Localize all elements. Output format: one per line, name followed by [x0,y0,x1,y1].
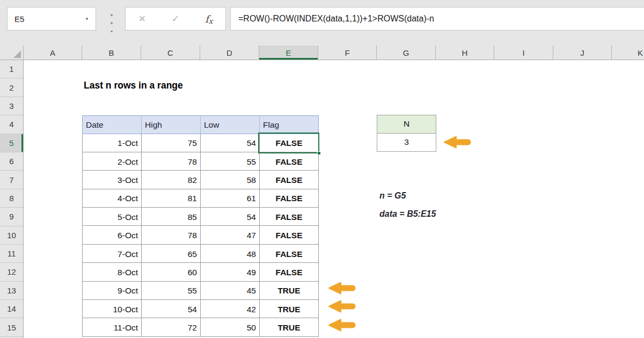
header-high[interactable]: High [142,116,201,134]
row-header-15[interactable]: 15 [0,318,23,336]
column-header-a[interactable]: A [24,46,82,60]
column-header-f[interactable]: F [318,46,377,60]
cell-date[interactable]: 4-Oct [83,189,142,207]
header-date[interactable]: Date [83,116,142,134]
formula-input[interactable]: =ROW()-ROW(INDEX(data,1,1))+1>ROWS(data)… [230,7,644,31]
cell-low[interactable]: 48 [201,245,260,262]
cell-low[interactable]: 47 [201,226,260,244]
cell-date[interactable]: 10-Oct [83,300,142,318]
sheet-title[interactable]: Last n rows in a range [84,80,183,91]
cell-low[interactable]: 50 [201,318,260,336]
column-header-b[interactable]: B [82,46,141,60]
callout-arrow-icon [328,318,356,332]
cell-date[interactable]: 9-Oct [83,282,142,299]
cell-low[interactable]: 45 [201,282,260,299]
cell-high[interactable]: 65 [142,245,201,262]
row-header-4[interactable]: 4 [0,115,23,134]
formula-text[interactable]: =ROW()-ROW(INDEX(data,1,1))+1>ROWS(data)… [231,14,434,24]
cell-date[interactable]: 6-Oct [83,226,142,244]
header-low[interactable]: Low [201,116,260,134]
row-header-7[interactable]: 7 [0,171,23,189]
cell-high[interactable]: 78 [142,226,201,244]
row-header-5-selected[interactable]: 5 [0,134,23,152]
cell-low[interactable]: 54 [201,134,260,152]
enter-icon[interactable]: ✓ [172,13,180,25]
row-header-9[interactable]: 9 [0,208,23,226]
name-box-value[interactable]: E5 [8,14,85,24]
name-box[interactable]: E5 ▼ [7,7,96,31]
table-row: 4-Oct 81 61 FALSE [82,189,319,208]
cell-high[interactable]: 78 [142,152,201,170]
cell-low[interactable]: 55 [201,152,260,170]
callout-arrow-icon [328,281,356,295]
cell-high[interactable]: 60 [142,263,201,281]
cell-flag[interactable]: FALSE [260,152,318,170]
cell-high[interactable]: 85 [142,208,201,225]
cell-low[interactable]: 61 [201,189,260,207]
cell-flag[interactable]: FALSE [260,226,318,244]
row-header-1[interactable]: 1 [0,60,23,78]
row-header-13[interactable]: 13 [0,282,23,300]
cell-flag[interactable]: FALSE [260,263,318,281]
column-header-d[interactable]: D [200,46,259,60]
cell-flag[interactable]: TRUE [260,300,318,318]
table-row: 11-Oct 72 50 TRUE [82,318,319,336]
row-header-14[interactable]: 14 [0,300,23,318]
cell-flag[interactable]: FALSE [260,208,318,225]
column-header-c[interactable]: C [141,46,200,60]
cell-date[interactable]: 5-Oct [83,208,142,225]
insert-function-icon[interactable]: fx [205,13,213,25]
row-header-2[interactable]: 2 [0,78,23,97]
n-box-value[interactable]: 3 [377,134,436,152]
cell-low[interactable]: 58 [201,171,260,188]
cell-flag[interactable]: FALSE [260,189,318,207]
cell-high[interactable]: 55 [142,282,201,299]
cell-low[interactable]: 49 [201,263,260,281]
cell-high[interactable]: 82 [142,171,201,188]
formula-bar-resize-handle[interactable] [109,14,114,32]
column-header-g[interactable]: G [377,46,436,60]
fill-handle[interactable] [317,151,321,155]
cell-high[interactable]: 72 [142,318,201,336]
row-header-11[interactable]: 11 [0,245,23,263]
row-header-3[interactable]: 3 [0,97,23,115]
cell-low[interactable]: 54 [201,208,260,225]
table-row: 10-Oct 54 42 TRUE [82,300,319,318]
selected-cell-outline[interactable] [258,133,319,153]
cell-date[interactable]: 3-Oct [83,171,142,188]
column-header-j[interactable]: J [553,46,612,60]
header-flag[interactable]: Flag [260,116,319,134]
table-row: 8-Oct 60 49 FALSE [82,263,319,281]
column-header-k[interactable]: K [612,46,644,60]
column-header-e-selected[interactable]: E [259,46,318,60]
cell-date[interactable]: 1-Oct [83,134,142,152]
cell-high[interactable]: 75 [142,134,201,152]
cell-high[interactable]: 81 [142,189,201,207]
row-header-8[interactable]: 8 [0,189,23,208]
cell-flag[interactable]: FALSE [260,245,318,262]
note-data-range: data = B5:E15 [379,209,436,219]
row-header-10[interactable]: 10 [0,226,23,245]
column-header-h[interactable]: H [436,46,494,60]
select-all-button[interactable] [0,46,24,60]
cell-low[interactable]: 42 [201,300,260,318]
cell-flag[interactable]: FALSE [260,171,318,188]
name-box-dropdown-icon[interactable]: ▼ [85,17,96,21]
column-header-strip: A B C D E F G H I J K [0,46,644,60]
table-row: 9-Oct 55 45 TRUE [82,282,319,300]
note-n-range: n = G5 [379,191,406,201]
n-box-header[interactable]: N [377,115,436,134]
row-header-12[interactable]: 12 [0,263,23,281]
cancel-icon[interactable]: ✕ [138,13,146,25]
cell-date[interactable]: 2-Oct [83,152,142,170]
cell-flag[interactable]: TRUE [260,318,318,336]
cell-high[interactable]: 54 [142,300,201,318]
cell-date[interactable]: 11-Oct [83,318,142,336]
row-header-6[interactable]: 6 [0,152,23,171]
column-header-i[interactable]: I [494,46,553,60]
cell-date[interactable]: 7-Oct [83,245,142,262]
row-header-strip: 1 2 3 4 5 6 7 8 9 10 11 12 13 14 15 [0,60,24,338]
cell-date[interactable]: 8-Oct [83,263,142,281]
select-all-icon [13,50,21,58]
cell-flag[interactable]: TRUE [260,282,318,299]
